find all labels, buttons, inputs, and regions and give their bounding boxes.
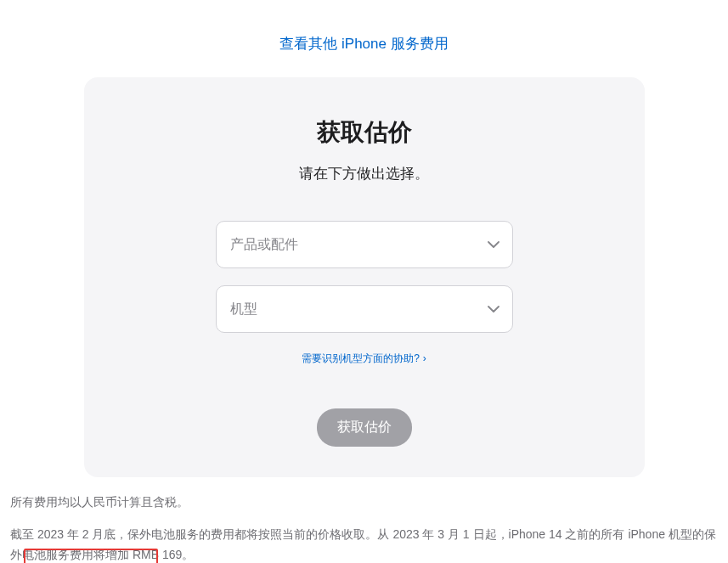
model-select[interactable]: 机型 [216, 285, 513, 333]
help-link-label: 需要识别机型方面的协助? [302, 352, 420, 364]
price-note-wrapper: 截至 2023 年 2 月底，保外电池服务的费用都将按照当前的价格收取。从 20… [10, 525, 718, 563]
tax-note: 所有费用均以人民币计算且含税。 [10, 493, 718, 513]
estimate-card: 获取估价 请在下方做出选择。 产品或配件 机型 需要识别机型方面的协助?› 获取… [84, 77, 645, 477]
get-estimate-button[interactable]: 获取估价 [317, 408, 412, 447]
footer-notes: 所有费用均以人民币计算且含税。 截至 2023 年 2 月底，保外电池服务的费用… [0, 493, 728, 563]
view-other-fees-link[interactable]: 查看其他 iPhone 服务费用 [279, 36, 448, 52]
model-select-wrapper: 机型 [216, 285, 513, 333]
card-title: 获取估价 [118, 116, 611, 149]
identify-model-help-link[interactable]: 需要识别机型方面的协助?› [302, 352, 426, 364]
product-select[interactable]: 产品或配件 [216, 221, 513, 268]
help-link-row: 需要识别机型方面的协助?› [118, 350, 611, 366]
card-subtitle: 请在下方做出选择。 [118, 164, 611, 183]
product-select-wrapper: 产品或配件 [216, 221, 513, 268]
top-link-row: 查看其他 iPhone 服务费用 [0, 0, 728, 77]
price-change-note: 截至 2023 年 2 月底，保外电池服务的费用都将按照当前的价格收取。从 20… [10, 525, 718, 563]
chevron-right-icon: › [423, 352, 426, 364]
